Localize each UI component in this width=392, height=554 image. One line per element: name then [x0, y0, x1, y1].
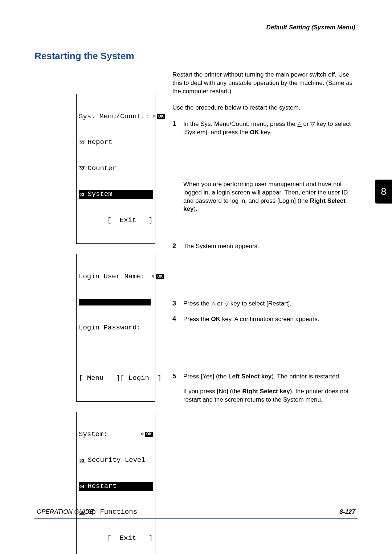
footer-left: OPERATION GUIDE: [37, 508, 94, 516]
menu-item: Counter: [87, 164, 117, 173]
lcd-login: Login User Name: ✥ OK Login Password: [ …: [76, 254, 155, 402]
intro-paragraph: Restart the printer without turning the …: [172, 71, 358, 96]
item-number: 03: [79, 458, 85, 463]
step-3: 3 Press the △ or ▽ key to select [Restar…: [172, 300, 358, 308]
content-columns: Sys. Menu/Count.: ✥ OK 01 Report 02 Coun…: [34, 71, 358, 554]
section-title: Restarting the System: [34, 50, 358, 62]
page-header: Default Setting (System Menu): [34, 24, 358, 34]
lcd-title: System:: [79, 430, 108, 439]
step-number: 2: [172, 242, 177, 251]
input-field: [79, 299, 151, 305]
page-footer: OPERATION GUIDE 8-127: [34, 508, 358, 516]
login-password-label: Login Password:: [79, 324, 141, 332]
triangle-up-icon: △: [211, 300, 216, 307]
step-text: Press the △ or ▽ key to select [Restart]…: [183, 300, 358, 308]
menu-softkey: [ Menu ]: [79, 374, 120, 383]
note-text: When you are performing user management …: [183, 180, 358, 214]
nav-arrows-icon: ✥: [149, 113, 156, 120]
ok-key: OK: [250, 129, 259, 136]
step-2: 2 The System menu appears.: [172, 242, 358, 251]
lcd-system: System: ✥ OK 03 Security Level 04 Restar…: [76, 412, 155, 554]
item-number: 02: [79, 166, 85, 171]
cursor-icon: ✥: [145, 273, 155, 280]
login-softkey: [ Login ]: [120, 374, 162, 383]
lcd-column: Sys. Menu/Count.: ✥ OK 01 Report 02 Coun…: [34, 71, 158, 554]
step-4: 4 Press the OK key. A confirmation scree…: [172, 315, 358, 324]
step-1-note: When you are performing user management …: [172, 180, 358, 214]
intro-paragraph: Use the procedure below to restart the s…: [172, 104, 358, 112]
item-number: 03: [79, 192, 85, 197]
menu-item-selected: System: [87, 190, 112, 199]
item-number: 01: [79, 140, 85, 145]
exit-softkey: [ Exit ]: [107, 216, 153, 225]
lcd-sys-menu: Sys. Menu/Count.: ✥ OK 01 Report 02 Coun…: [76, 94, 155, 244]
step-text: Press [Yes] (the Left Select key). The p…: [183, 373, 358, 404]
step-text: In the Sys. Menu/Count. menu, press the …: [183, 120, 358, 137]
ok-icon: OK: [145, 432, 153, 437]
ok-key: OK: [211, 316, 221, 323]
menu-item: Report: [87, 138, 112, 147]
step-text: Press the OK key. A confirmation screen …: [183, 315, 358, 324]
item-number: 04: [79, 484, 85, 489]
step-text: The System menu appears.: [183, 242, 358, 251]
menu-item: Security Level: [87, 456, 146, 465]
login-user-label: Login User Name:: [79, 272, 145, 281]
left-select-key: Left Select key: [228, 373, 271, 380]
step-1: 1 In the Sys. Menu/Count. menu, press th…: [172, 120, 358, 137]
step-number: 4: [172, 315, 177, 324]
step-number: 3: [172, 300, 177, 308]
lcd-title: Sys. Menu/Count.:: [79, 112, 149, 121]
nav-arrows-icon: ✥: [140, 431, 144, 438]
text-column: Restart the printer without turning the …: [172, 71, 358, 554]
chapter-tab: 8: [375, 180, 392, 204]
right-select-key: Right Select key: [242, 388, 290, 395]
triangle-down-icon: ▽: [310, 121, 315, 127]
ok-icon: OK: [157, 114, 165, 119]
triangle-down-icon: ▽: [224, 300, 229, 307]
footer-right: 8-127: [340, 508, 355, 516]
triangle-up-icon: △: [297, 121, 302, 127]
ok-icon: OK: [156, 274, 164, 279]
step-5: 5 Press [Yes] (the Left Select key). The…: [172, 373, 358, 404]
page: Default Setting (System Menu) Restarting…: [34, 20, 358, 519]
step-number: 1: [172, 120, 177, 137]
step-number: 5: [172, 373, 177, 404]
exit-softkey: [ Exit ]: [107, 534, 153, 543]
menu-item-selected: Restart: [87, 482, 117, 491]
